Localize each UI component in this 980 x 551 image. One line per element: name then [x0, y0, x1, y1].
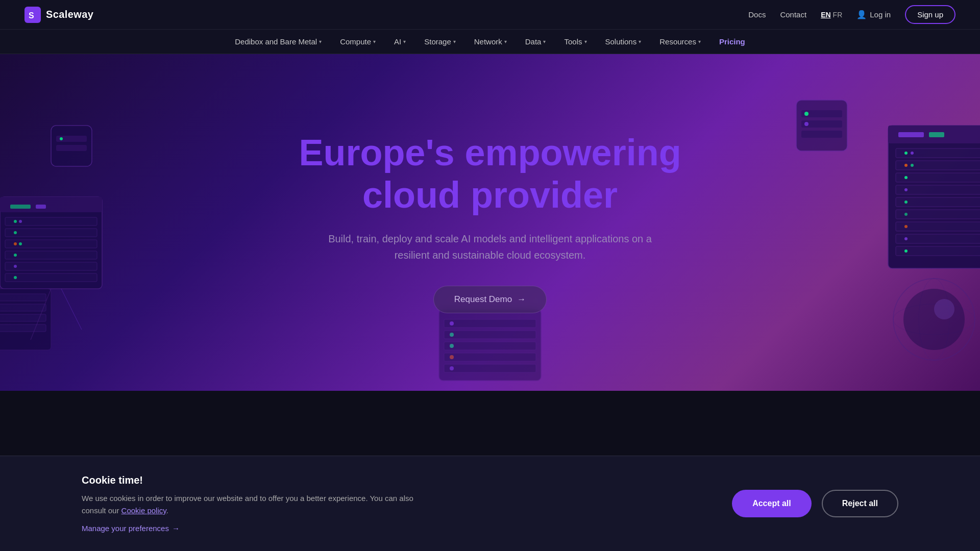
- svg-rect-11: [5, 273, 97, 282]
- svg-point-49: [911, 164, 914, 167]
- svg-rect-72: [444, 353, 536, 361]
- svg-rect-44: [896, 234, 980, 243]
- svg-rect-45: [896, 246, 980, 256]
- cookie-policy-link[interactable]: Cookie policy: [121, 506, 166, 515]
- svg-point-61: [934, 299, 954, 319]
- nav-item-network[interactable]: Network ▾: [466, 33, 515, 50]
- hero-subtitle: Build, train, deploy and scale AI models…: [327, 231, 653, 263]
- login-label: Log in: [870, 10, 891, 19]
- svg-point-47: [911, 152, 914, 155]
- svg-rect-5: [36, 205, 46, 209]
- svg-point-56: [904, 249, 908, 253]
- svg-rect-9: [5, 251, 97, 259]
- hero-title-line2: cloud provider: [362, 174, 618, 215]
- svg-point-75: [450, 333, 454, 337]
- nav-label-dedibox: Dedibox and Bare Metal: [235, 37, 317, 46]
- svg-rect-39: [896, 173, 980, 182]
- manage-label: Manage your preferences: [82, 524, 169, 533]
- nav-item-solutions[interactable]: Solutions ▾: [597, 33, 650, 50]
- svg-point-76: [450, 344, 454, 348]
- chevron-down-icon: ▾: [543, 39, 546, 44]
- svg-rect-65: [801, 131, 842, 138]
- svg-rect-31: [56, 145, 87, 151]
- svg-point-15: [14, 242, 17, 245]
- hero-section: Europe's empowering cloud provider Build…: [0, 54, 980, 391]
- lang-fr[interactable]: FR: [833, 11, 843, 19]
- hero-content: Europe's empowering cloud provider Build…: [278, 132, 701, 313]
- brand-name: Scaleway: [46, 9, 93, 20]
- chevron-down-icon: ▾: [403, 39, 406, 44]
- nav-item-compute[interactable]: Compute ▾: [332, 33, 384, 50]
- nav-label-data: Data: [525, 37, 542, 46]
- svg-rect-21: [0, 294, 46, 301]
- accept-all-button[interactable]: Accept all: [732, 490, 812, 517]
- svg-rect-35: [898, 132, 924, 137]
- svg-rect-7: [5, 229, 97, 237]
- arrow-icon: →: [172, 524, 180, 533]
- svg-rect-37: [896, 148, 980, 158]
- nav-label-network: Network: [474, 37, 502, 46]
- svg-rect-10: [5, 262, 97, 270]
- arrow-icon: →: [517, 294, 526, 305]
- docs-link[interactable]: Docs: [748, 10, 766, 19]
- svg-text:S: S: [29, 11, 34, 20]
- svg-point-67: [804, 122, 808, 126]
- svg-rect-41: [896, 197, 980, 207]
- svg-rect-40: [896, 185, 980, 194]
- svg-point-77: [450, 355, 454, 359]
- request-demo-button[interactable]: Request Demo →: [433, 286, 547, 313]
- chevron-down-icon: ▾: [453, 39, 456, 44]
- svg-rect-43: [896, 222, 980, 231]
- svg-point-12: [14, 220, 17, 223]
- login-link[interactable]: 👤 Log in: [856, 10, 891, 19]
- svg-point-54: [904, 225, 908, 228]
- cookie-actions: Accept all Reject all: [732, 490, 898, 517]
- nav-label-compute: Compute: [340, 37, 371, 46]
- svg-point-66: [804, 112, 808, 116]
- nav-item-ai[interactable]: AI ▾: [386, 33, 414, 50]
- svg-rect-73: [444, 364, 536, 372]
- contact-link[interactable]: Contact: [780, 10, 806, 19]
- cookie-banner: Cookie time! We use cookies in order to …: [0, 456, 980, 551]
- chevron-down-icon: ▾: [319, 39, 322, 44]
- svg-point-14: [14, 231, 17, 234]
- user-icon: 👤: [856, 10, 867, 19]
- nav-item-resources[interactable]: Resources ▾: [651, 33, 709, 50]
- svg-point-78: [450, 366, 454, 370]
- manage-preferences-link[interactable]: Manage your preferences →: [82, 524, 439, 533]
- svg-rect-69: [444, 319, 536, 328]
- nav-label-tools: Tools: [564, 37, 582, 46]
- svg-point-13: [19, 220, 22, 223]
- reject-all-button[interactable]: Reject all: [822, 490, 898, 517]
- svg-point-16: [19, 242, 22, 245]
- hero-title-line1: Europe's empowering: [299, 132, 681, 173]
- lang-switcher: EN FR: [821, 11, 842, 19]
- cookie-title: Cookie time!: [82, 474, 439, 486]
- nav-label-ai: AI: [394, 37, 401, 46]
- nav-item-pricing[interactable]: Pricing: [711, 33, 753, 50]
- svg-point-74: [450, 321, 454, 325]
- svg-point-32: [60, 137, 63, 140]
- cookie-text: Cookie time! We use cookies in order to …: [82, 474, 439, 533]
- svg-point-55: [904, 237, 908, 240]
- svg-point-18: [14, 265, 17, 268]
- svg-rect-70: [444, 331, 536, 339]
- hero-visual-left: [0, 95, 225, 391]
- nav-item-storage[interactable]: Storage ▾: [416, 33, 464, 50]
- svg-rect-22: [0, 304, 46, 311]
- lang-en[interactable]: EN: [821, 11, 830, 19]
- cookie-description: We use cookies in order to improve our w…: [82, 492, 439, 517]
- signup-button[interactable]: Sign up: [905, 5, 955, 24]
- svg-point-48: [904, 164, 908, 167]
- nav-item-dedibox[interactable]: Dedibox and Bare Metal ▾: [227, 33, 330, 50]
- chevron-down-icon: ▾: [504, 39, 507, 44]
- nav-bar: Dedibox and Bare Metal ▾ Compute ▾ AI ▾ …: [0, 30, 980, 54]
- nav-item-data[interactable]: Data ▾: [517, 33, 554, 50]
- chevron-down-icon: ▾: [584, 39, 587, 44]
- svg-point-46: [904, 152, 908, 155]
- nav-item-tools[interactable]: Tools ▾: [556, 33, 595, 50]
- svg-point-19: [14, 276, 17, 279]
- nav-label-storage: Storage: [424, 37, 451, 46]
- chevron-down-icon: ▾: [639, 39, 641, 44]
- logo[interactable]: S Scaleway: [24, 7, 93, 23]
